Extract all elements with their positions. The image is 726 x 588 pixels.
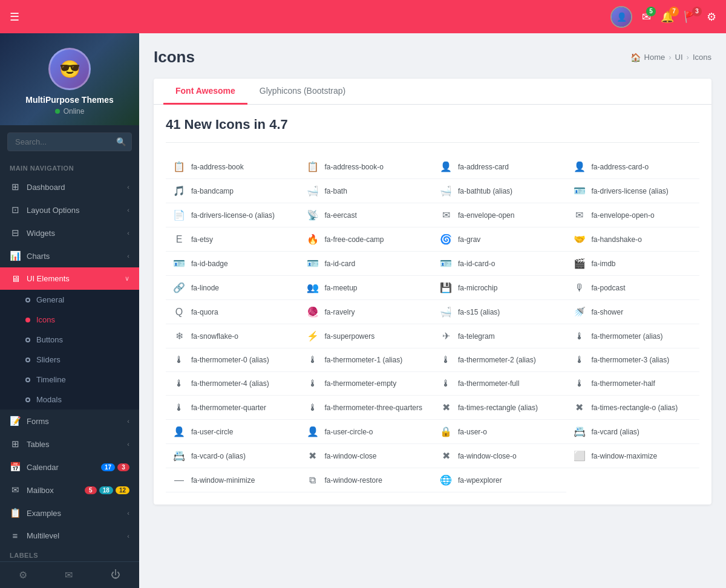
icon-name: fa-drivers-license-o (alias) (191, 211, 275, 220)
icon-item: ✉ fa-envelope-open-o (566, 203, 700, 227)
tab-glyphicons[interactable]: Glyphicons (Bootstrap) (247, 79, 358, 105)
icon-name: fa-thermometer-quarter (191, 403, 266, 412)
icon-item: 👤 fa-address-card (433, 155, 566, 179)
icon-name: fa-superpowers (325, 332, 375, 341)
icon-name: fa-s15 (alias) (458, 308, 500, 316)
icon-symbol: 👤 (574, 161, 586, 172)
icon-item: 👥 fa-meetup (299, 276, 433, 300)
sidebar-item-calendar[interactable]: 📅 Calendar 17 3 (0, 456, 139, 479)
icon-name: fa-snowflake-o (191, 332, 238, 341)
icon-name: fa-imdb (592, 260, 616, 268)
sidebar-item-timeline[interactable]: Timeline (0, 370, 139, 390)
icon-name: fa-address-card (458, 163, 509, 171)
sidebar-item-mailbox[interactable]: ✉ Mailbox 5 18 12 (0, 479, 139, 501)
icon-symbol: 🤝 (574, 234, 586, 245)
hamburger-icon[interactable]: ☰ (10, 10, 19, 24)
icon-name: fa-id-badge (191, 260, 228, 268)
icons-section-title: 41 New Icons in 4.7 (166, 117, 699, 132)
breadcrumb-home[interactable]: Home (644, 53, 666, 62)
mailbox-badge-3: 12 (116, 486, 129, 494)
nav-item-left: 📅 Calendar (10, 462, 59, 472)
sidebar-search: 🔍 (0, 125, 139, 158)
widgets-arrow: ‹ (127, 229, 129, 237)
icon-item: 🌐 fa-wpexplorer (433, 468, 566, 492)
sidebar-item-buttons[interactable]: Buttons (0, 330, 139, 350)
calendar-label: Calendar (27, 463, 59, 472)
tab-font-awesome[interactable]: Font Awesome (163, 79, 247, 105)
topbar-right: 👤 ✉ 5 🔔 7 🚩 3 ⚙ (610, 6, 716, 28)
multilevel-arrow: ‹ (127, 532, 129, 540)
icon-name: fa-window-maximize (592, 452, 658, 460)
sidebar-item-layout-options[interactable]: ⊡ Layout Options ‹ (0, 198, 139, 221)
icon-symbol: 💾 (440, 282, 452, 293)
icon-symbol: 📋 (173, 161, 185, 172)
sidebar-item-modals[interactable]: Modals (0, 390, 139, 410)
icon-symbol: 🔥 (307, 234, 319, 245)
avatar[interactable]: 👤 (610, 6, 632, 28)
forms-icon: 📝 (10, 416, 21, 426)
power-bottom-icon[interactable]: ⏻ (111, 569, 120, 581)
calendar-badge-2: 3 (117, 463, 129, 471)
examples-icon: 📋 (10, 508, 21, 518)
nav-item-left: ⊞ Dashboard (10, 181, 65, 192)
widgets-icon: ⊟ (10, 227, 21, 238)
settings-icon-btn[interactable]: ⚙ (707, 10, 716, 24)
home-bc-icon: 🏠 (630, 53, 641, 62)
icon-symbol: 🌡 (574, 354, 586, 365)
sidebar-item-charts[interactable]: 📊 Charts ‹ (0, 244, 139, 267)
icon-symbol: 🎬 (574, 258, 586, 269)
icon-symbol: 👤 (173, 426, 185, 437)
icon-item: ✈ fa-telegram (433, 324, 566, 348)
sidebar-item-general[interactable]: General (0, 290, 139, 310)
mailbox-label: Mailbox (27, 486, 54, 495)
icons-card: Font Awesome Glyphicons (Bootstrap) 41 N… (154, 79, 711, 505)
icon-symbol: 📄 (173, 209, 185, 221)
mail-icon-btn[interactable]: ✉ 5 (642, 10, 651, 24)
icon-symbol: 🪪 (307, 258, 319, 269)
sidebar-item-sliders[interactable]: Sliders (0, 350, 139, 370)
sidebar-item-widgets[interactable]: ⊟ Widgets ‹ (0, 221, 139, 244)
nav-item-left: 📝 Forms (10, 416, 49, 426)
sidebar-item-dashboard[interactable]: ⊞ Dashboard ‹ (0, 175, 139, 198)
mail-bottom-icon[interactable]: ✉ (65, 569, 73, 581)
icon-item: ❄ fa-snowflake-o (166, 324, 299, 348)
icon-name: fa-window-close-o (458, 452, 517, 460)
sub-dot-icon (25, 338, 30, 342)
flag-icon-btn[interactable]: 🚩 3 (684, 10, 697, 24)
sidebar-item-forms[interactable]: 📝 Forms ‹ (0, 410, 139, 433)
icon-item: ⧉ fa-window-restore (299, 468, 433, 492)
icon-symbol: 📇 (173, 450, 185, 462)
sidebar-item-ui-elements[interactable]: 🖥 UI Elements ∨ (0, 267, 139, 290)
calendar-icon: 📅 (10, 462, 21, 472)
icon-item: 🌡 fa-thermometer (alias) (566, 324, 700, 348)
multilevel-label: Multilevel (27, 531, 59, 540)
mail-badge: 5 (646, 7, 656, 16)
icon-symbol: 🌡 (173, 402, 185, 413)
layout: 😎 MultiPurpose Themes Online 🔍 MAIN NAVI… (0, 33, 726, 588)
timeline-label: Timeline (36, 375, 66, 384)
bell-icon-btn[interactable]: 🔔 7 (661, 10, 674, 24)
icon-item: ✖ fa-window-close-o (433, 444, 566, 468)
sidebar-item-icons[interactable]: Icons (0, 310, 139, 330)
icon-name: fa-user-circle (191, 428, 233, 436)
icon-item: 🌡 fa-thermometer-three-quarters (299, 396, 433, 420)
tables-arrow: ‹ (127, 440, 129, 448)
icon-name: fa-grav (458, 235, 480, 244)
search-button[interactable]: 🔍 (110, 132, 132, 151)
sidebar-item-tables[interactable]: ⊞ Tables ‹ (0, 433, 139, 456)
icon-name: fa-thermometer-full (458, 379, 519, 388)
icon-symbol: ✉ (440, 209, 452, 221)
icon-name: fa-podcast (592, 284, 626, 292)
sidebar-item-multilevel[interactable]: ≡ Multilevel ‹ (0, 524, 139, 547)
icon-item: 🎬 fa-imdb (566, 252, 700, 276)
sub-dot-icon (25, 397, 30, 402)
sidebar-item-examples[interactable]: 📋 Examples ‹ (0, 501, 139, 524)
icon-item: ✖ fa-window-close (299, 444, 433, 468)
gear-bottom-icon[interactable]: ⚙ (19, 569, 27, 581)
examples-arrow: ‹ (127, 509, 129, 517)
icon-item: 📄 fa-drivers-license-o (alias) (166, 203, 299, 227)
nav-item-left: ⊟ Widgets (10, 227, 55, 238)
icon-symbol: ✉ (574, 209, 586, 221)
icon-name: fa-microchip (458, 284, 497, 292)
breadcrumb-ui[interactable]: UI (675, 53, 683, 62)
